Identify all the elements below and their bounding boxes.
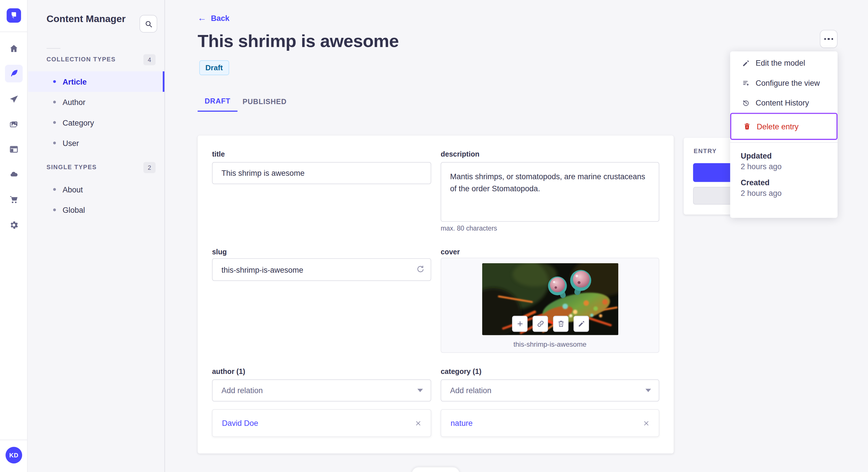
author-field-label: author (1) bbox=[212, 367, 245, 376]
layout-icon bbox=[9, 144, 19, 154]
main-content: ← Back This shrimp is awesome Draft DRAF… bbox=[165, 0, 868, 472]
main-nav-rail: KD bbox=[0, 0, 28, 472]
slug-field bbox=[212, 258, 431, 281]
collection-types-list: Article Author Category User bbox=[28, 71, 164, 153]
tab-published[interactable]: PUBLISHED bbox=[237, 91, 291, 111]
nav-settings-button[interactable] bbox=[5, 216, 23, 234]
group-label-collection-types: COLLECTION TYPES bbox=[46, 56, 116, 63]
plus-icon bbox=[516, 320, 524, 328]
sidebar-item-author[interactable]: Author bbox=[28, 92, 164, 112]
sidebar-item-about[interactable]: About bbox=[28, 179, 164, 200]
meta-created: Created 2 hours ago bbox=[741, 178, 827, 197]
divider bbox=[46, 48, 60, 49]
form-column-right: description Mantis shrimps, or stomatopo… bbox=[441, 135, 659, 453]
cloud-icon bbox=[9, 170, 19, 180]
slug-input[interactable] bbox=[212, 258, 431, 281]
delete-media-button[interactable] bbox=[553, 316, 569, 332]
chevron-down-icon bbox=[646, 389, 651, 392]
nav-content-manager-button[interactable] bbox=[5, 65, 23, 82]
form-column-left: title slug author (1) Add relation bbox=[212, 135, 431, 453]
sidebar-item-label: Article bbox=[63, 77, 87, 86]
user-avatar[interactable]: KD bbox=[5, 447, 22, 463]
description-textarea[interactable]: Mantis shrimps, or stomatopods, are mari… bbox=[441, 162, 659, 222]
cover-caption: this-shrimp-is-awesome bbox=[441, 341, 659, 348]
sidebar-item-label: Author bbox=[63, 98, 86, 106]
entry-panel-title: ENTRY bbox=[693, 148, 717, 154]
configure-view-icon bbox=[741, 78, 750, 88]
meta-label: Updated bbox=[741, 151, 827, 160]
back-button[interactable]: ← Back bbox=[197, 14, 229, 23]
sidebar-item-user[interactable]: User bbox=[28, 133, 164, 153]
cart-icon bbox=[9, 195, 19, 205]
menu-item-delete-entry[interactable]: Delete entry bbox=[730, 113, 838, 140]
collection-types-count-badge: 4 bbox=[143, 54, 155, 65]
bullet-icon bbox=[53, 101, 56, 103]
nav-media-library-button[interactable] bbox=[5, 115, 23, 133]
home-icon bbox=[9, 43, 19, 54]
copy-link-button[interactable] bbox=[532, 316, 548, 332]
relation-link[interactable]: David Doe bbox=[222, 419, 413, 428]
chevron-down-icon bbox=[417, 389, 423, 392]
single-types-list: About Global bbox=[28, 179, 164, 220]
regenerate-slug-button[interactable] bbox=[415, 264, 426, 275]
edit-form-card: title slug author (1) Add relation bbox=[197, 135, 674, 453]
nav-home-button[interactable] bbox=[5, 40, 23, 58]
nav-layout-button[interactable] bbox=[5, 140, 23, 158]
cover-media-card: this-shrimp-is-awesome bbox=[441, 258, 659, 353]
close-icon bbox=[414, 419, 422, 427]
floating-widget[interactable] bbox=[412, 467, 460, 472]
bullet-icon bbox=[53, 142, 56, 144]
menu-item-label: Edit the model bbox=[755, 59, 805, 67]
relation-link[interactable]: nature bbox=[451, 419, 641, 428]
menu-item-label: Configure the view bbox=[755, 78, 820, 88]
sidebar-item-category[interactable]: Category bbox=[28, 112, 164, 133]
menu-item-configure-the-view[interactable]: Configure the view bbox=[730, 73, 838, 93]
history-icon bbox=[741, 98, 750, 107]
category-add-relation-combobox[interactable]: Add relation bbox=[441, 379, 659, 401]
meta-value: 2 hours ago bbox=[741, 162, 827, 171]
status-badge: Draft bbox=[199, 60, 229, 75]
slug-field-label: slug bbox=[212, 248, 227, 256]
regenerate-icon bbox=[415, 265, 425, 274]
paper-plane-icon bbox=[9, 95, 19, 105]
menu-item-edit-the-model[interactable]: Edit the model bbox=[730, 53, 838, 73]
link-icon bbox=[536, 320, 545, 328]
nav-releases-button[interactable] bbox=[5, 91, 23, 108]
nav-marketplace-button[interactable] bbox=[5, 191, 23, 208]
page-title: This shrimp is awesome bbox=[197, 31, 399, 51]
search-button[interactable] bbox=[140, 15, 157, 33]
cover-action-bar bbox=[512, 316, 589, 332]
bullet-icon bbox=[53, 188, 56, 191]
title-input[interactable] bbox=[212, 162, 431, 184]
strapi-logo-icon bbox=[7, 8, 21, 23]
more-options-button[interactable] bbox=[820, 30, 838, 48]
meta-value: 2 hours ago bbox=[741, 189, 827, 198]
menu-item-label: Content History bbox=[755, 98, 809, 107]
add-media-button[interactable] bbox=[512, 316, 528, 332]
sidebar-item-global[interactable]: Global bbox=[28, 200, 164, 220]
sidebar-item-article[interactable]: Article bbox=[28, 71, 164, 92]
author-add-relation-combobox[interactable]: Add relation bbox=[212, 379, 431, 401]
version-tabs: DRAFT PUBLISHED bbox=[197, 91, 291, 111]
nav-deploy-button[interactable] bbox=[5, 166, 23, 184]
remove-relation-button[interactable] bbox=[413, 418, 423, 428]
avatar-initials: KD bbox=[9, 452, 19, 459]
edit-media-button[interactable] bbox=[574, 316, 589, 332]
remove-relation-button[interactable] bbox=[641, 418, 651, 428]
sidebar-item-label: User bbox=[63, 138, 79, 147]
media-library-icon bbox=[9, 120, 19, 130]
sidebar-item-label: About bbox=[63, 185, 83, 194]
title-field-label: title bbox=[212, 150, 225, 158]
combobox-placeholder: Add relation bbox=[221, 386, 417, 395]
back-label: Back bbox=[211, 14, 229, 23]
strapi-logo[interactable] bbox=[7, 8, 21, 23]
meta-label: Created bbox=[741, 178, 827, 187]
bullet-icon bbox=[53, 80, 56, 83]
menu-item-content-history[interactable]: Content History bbox=[730, 93, 838, 113]
tab-draft[interactable]: DRAFT bbox=[197, 91, 237, 111]
ellipsis-icon bbox=[828, 38, 830, 40]
pencil-icon bbox=[577, 320, 586, 328]
sidebar-title: Content Manager bbox=[46, 13, 126, 25]
entry-meta: Updated 2 hours ago Created 2 hours ago bbox=[730, 143, 838, 198]
category-relation-item: nature bbox=[441, 409, 659, 437]
